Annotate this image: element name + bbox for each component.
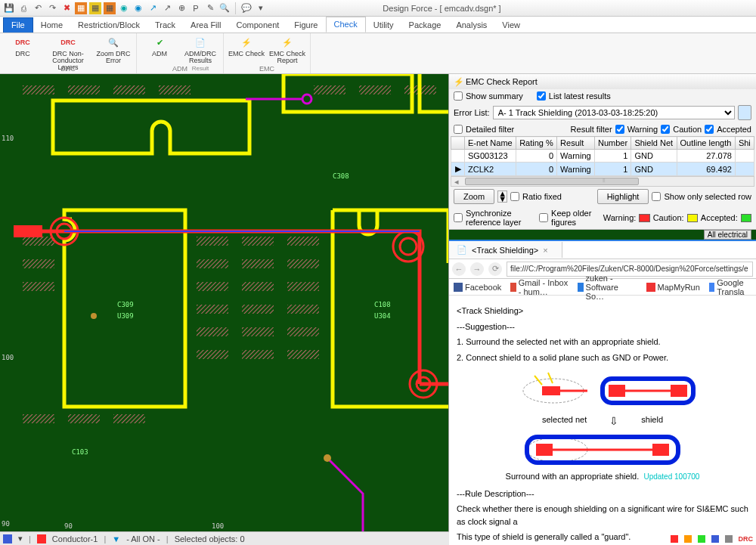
col-rating[interactable]: Rating % (516, 137, 557, 150)
qat-vis-icon[interactable]: ◉ (118, 2, 130, 14)
group-drc-label: DRC (0, 65, 136, 73)
ribbon-drc-label: DRC (15, 51, 30, 57)
nav-fwd-icon[interactable]: → (470, 262, 484, 276)
status-sw4[interactable] (711, 535, 719, 543)
qat-redo-icon[interactable]: ↷ (46, 2, 58, 14)
pcb-canvas[interactable]: C308 C309 U309 C108 U304 C103 110 100 90… (0, 74, 448, 531)
table-row[interactable]: ▶ ZCLK2 0 Warning 1 GND 69.492 (451, 163, 754, 176)
tab-track[interactable]: Track (147, 18, 183, 33)
label-c309: C309 (117, 301, 134, 308)
bookmark[interactable]: Facebook (454, 283, 501, 292)
qat-pencil-icon[interactable]: ✎ (204, 2, 216, 14)
detailed-filter-checkbox[interactable] (454, 125, 463, 134)
qat-p-icon[interactable]: P (190, 2, 202, 14)
tab-component[interactable]: Component (228, 18, 287, 33)
qat-vis2-icon[interactable]: ◉ (132, 2, 144, 14)
ribbon-emc-check-button[interactable]: ⚡ EMC Check (228, 35, 265, 57)
ribbon-zoom-drc-button[interactable]: 🔍 Zoom DRC Error (95, 35, 132, 64)
svg-rect-29 (287, 350, 319, 359)
tab-analysis[interactable]: Analysis (448, 18, 494, 33)
col-shield[interactable]: Shield Net (631, 137, 677, 150)
tab-file[interactable]: File (3, 17, 33, 33)
tab-view[interactable]: View (494, 18, 528, 33)
tab-restriction[interactable]: Restriction/Block (70, 18, 147, 33)
svg-point-38 (400, 238, 417, 255)
qat-arrow2-icon[interactable]: ↗ (161, 2, 173, 14)
detailed-filter-label: Detailed filter (466, 125, 514, 134)
col-result[interactable]: Result (557, 137, 595, 150)
status-sw2[interactable] (684, 535, 692, 543)
zoom-button[interactable]: Zoom (454, 189, 494, 204)
list-latest-checkbox[interactable] (537, 91, 546, 101)
error-list-select[interactable]: A- 1 Track Shielding (2013-03-03-18:25:2… (493, 106, 735, 119)
qat-grid1-icon[interactable]: ▦ (75, 2, 87, 14)
status-drc-icon[interactable]: DRC (739, 535, 754, 543)
highlight-button[interactable]: Highlight (597, 189, 649, 204)
table-scroll-h[interactable]: ◂⦀ (451, 176, 754, 187)
browser-tab[interactable]: 📄 <Track Shielding> × (449, 242, 562, 258)
col-outline[interactable]: Outline length (677, 137, 735, 150)
doc-updated-link[interactable]: Updated 100700 (643, 472, 699, 481)
status-drop-icon[interactable]: ▾ (18, 534, 23, 543)
status-visibility[interactable]: - All ON - (126, 534, 160, 543)
tab-close-icon[interactable]: × (543, 246, 547, 255)
qat-save-icon[interactable]: 💾 (3, 2, 15, 14)
bookmark[interactable]: Gmail - Inbox - hum… (510, 278, 569, 296)
svg-rect-13 (242, 237, 274, 246)
help-content: <Track Shielding> ---Suggestion--- 1. Su… (449, 296, 756, 545)
tab-package[interactable]: Package (401, 18, 449, 33)
show-summary-checkbox[interactable] (454, 91, 463, 101)
tab-home[interactable]: Home (33, 18, 70, 33)
col-number[interactable]: Number (594, 137, 631, 150)
tab-areafill[interactable]: Area Fill (183, 18, 228, 33)
tab-icon: 📄 (457, 245, 467, 255)
qat-save2-icon[interactable]: ⎙ (17, 2, 29, 14)
zoom-down-icon[interactable]: ▼ (498, 197, 507, 202)
ratio-fixed-checkbox[interactable] (510, 192, 519, 201)
tab-utility[interactable]: Utility (366, 18, 401, 33)
qat-more-icon[interactable]: ▾ (255, 2, 267, 14)
qat-bubble-icon[interactable]: 💬 (240, 2, 253, 14)
svg-rect-20 (287, 282, 319, 291)
qat-grid2-icon[interactable]: ▦ (89, 2, 101, 14)
nav-back-icon[interactable]: ← (452, 262, 466, 276)
status-sw5[interactable] (725, 535, 733, 543)
tab-figure[interactable]: Figure (287, 18, 325, 33)
ribbon-emc-report-button[interactable]: ⚡ EMC Check Report (269, 35, 305, 64)
filter-caution-checkbox[interactable] (661, 125, 670, 134)
status-sw1[interactable] (671, 535, 678, 543)
sync-ref-checkbox[interactable] (454, 213, 463, 222)
table-row[interactable]: SG003123 0 Warning 1 GND 27.078 (451, 150, 754, 163)
qat-undo-icon[interactable]: ↶ (32, 2, 44, 14)
bookmark[interactable]: Google Transla (709, 278, 751, 296)
keep-older-checkbox[interactable] (539, 213, 548, 222)
svg-rect-2 (23, 85, 54, 94)
ribbon-drc-button[interactable]: DRC DRC (5, 35, 41, 57)
qat-target-icon[interactable]: ⊕ (175, 2, 187, 14)
qat-find-icon[interactable]: 🔍 (218, 2, 231, 14)
diagram-after (504, 429, 701, 470)
nav-reload-icon[interactable]: ⟳ (488, 262, 502, 276)
qat-arrow1-icon[interactable]: ↗ (147, 2, 159, 14)
tab-check[interactable]: Check (326, 17, 366, 33)
status-layer[interactable]: Conductor-1 (52, 534, 98, 543)
filter-icon[interactable]: ▼ (112, 534, 120, 543)
status-sw3[interactable] (698, 535, 705, 543)
bookmark[interactable]: MapMyRun (646, 283, 700, 292)
doc-icon: 📄 (193, 35, 208, 50)
layer-dropdown[interactable]: All electrical (704, 230, 751, 240)
filter-warning-checkbox[interactable] (615, 125, 624, 134)
filter-accepted-checkbox[interactable] (705, 125, 714, 134)
ribbon-adm-button[interactable]: ✔ ADM (141, 35, 178, 57)
qat-close-icon[interactable]: ✖ (60, 2, 73, 14)
show-only-checkbox[interactable] (652, 192, 661, 201)
svg-rect-16 (242, 259, 274, 268)
drc-icon: DRC (60, 35, 76, 50)
qat-grid3-icon[interactable]: ▦ (104, 2, 116, 14)
col-shi[interactable]: Shi (735, 137, 754, 150)
error-list-go-button[interactable] (738, 105, 751, 120)
svg-rect-3 (68, 85, 100, 94)
svg-rect-11 (23, 282, 54, 291)
col-enet[interactable]: E-net Name (465, 137, 516, 150)
status-mode-icon[interactable] (3, 534, 12, 543)
